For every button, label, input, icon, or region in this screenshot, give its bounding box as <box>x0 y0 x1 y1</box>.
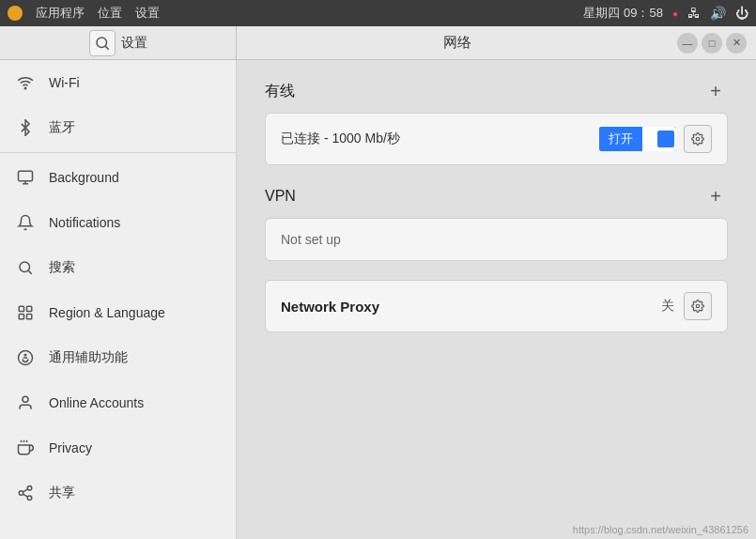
svg-point-25 <box>696 304 700 308</box>
toggle-on-label: 打开 <box>599 127 642 151</box>
wired-toggle[interactable]: 打开 <box>599 127 676 151</box>
app-launcher-icon[interactable] <box>8 6 23 21</box>
watermark: https://blog.csdn.net/weixin_43861256 <box>573 524 748 535</box>
svg-point-20 <box>19 491 23 496</box>
proxy-card: Network Proxy 关 <box>265 280 728 332</box>
region-icon <box>15 302 36 323</box>
sidebar-item-wifi[interactable]: Wi-Fi <box>0 60 236 105</box>
wired-add-button[interactable]: + <box>703 79 728 103</box>
titlebar-search-area: 设置 <box>0 26 237 59</box>
proxy-gear-icon <box>691 300 704 313</box>
sidebar-item-search[interactable]: 搜索 <box>0 245 236 290</box>
sidebar-label-search: 搜索 <box>49 259 75 276</box>
sidebar-label-accessibility: 通用辅助功能 <box>49 349 128 366</box>
sidebar-item-bluetooth[interactable]: 蓝牙 <box>0 105 236 150</box>
svg-line-7 <box>28 270 31 273</box>
svg-line-1 <box>105 46 108 49</box>
notifications-icon <box>15 212 36 233</box>
system-time: 星期四 09：58 <box>583 5 663 22</box>
titlebar: 设置 网络 — □ ✕ <box>0 26 756 60</box>
share-icon <box>15 483 36 503</box>
background-icon <box>15 167 36 188</box>
wired-card-controls: 打开 <box>599 125 712 153</box>
sidebar-label-region: Region & Language <box>49 305 165 320</box>
online-accounts-icon <box>15 393 36 413</box>
vpn-add-button[interactable]: + <box>703 184 728 208</box>
maximize-button[interactable]: □ <box>702 33 722 54</box>
svg-point-0 <box>97 38 107 48</box>
search-sidebar-icon <box>15 257 36 278</box>
wired-section: 有线 + 已连接 - 1000 Mb/秒 打开 <box>265 79 728 165</box>
settings-label: 设置 <box>121 35 147 52</box>
sidebar-item-notifications[interactable]: Notifications <box>0 200 236 245</box>
sidebar: Wi-Fi 蓝牙 Backg <box>0 60 237 539</box>
volume-icon: 🔊 <box>710 6 726 21</box>
wired-title: 有线 <box>265 82 295 101</box>
sidebar-label-online-accounts: Online Accounts <box>49 395 144 410</box>
menu-position[interactable]: 位置 <box>98 5 122 22</box>
window-controls: — □ ✕ <box>677 33 756 54</box>
wired-status-text: 已连接 - 1000 Mb/秒 <box>281 131 400 147</box>
search-button[interactable] <box>89 30 116 56</box>
svg-line-22 <box>23 494 27 497</box>
main-content: Wi-Fi 蓝牙 Backg <box>0 60 756 539</box>
sidebar-label-bluetooth: 蓝牙 <box>49 119 75 136</box>
accessibility-icon <box>15 347 36 368</box>
vpn-section-header: VPN + <box>265 184 728 208</box>
sidebar-label-privacy: Privacy <box>49 440 92 455</box>
vpn-not-setup-card: Not set up <box>265 218 728 261</box>
svg-line-23 <box>23 489 27 492</box>
menu-apps[interactable]: 应用程序 <box>36 5 85 22</box>
menu-settings[interactable]: 设置 <box>135 5 160 22</box>
sidebar-divider-1 <box>0 152 236 153</box>
content-area: 有线 + 已连接 - 1000 Mb/秒 打开 <box>237 60 756 539</box>
sidebar-item-privacy[interactable]: Privacy <box>0 425 236 470</box>
svg-point-19 <box>27 486 32 491</box>
sidebar-item-region[interactable]: Region & Language <box>0 290 236 335</box>
svg-point-21 <box>27 496 32 500</box>
svg-point-13 <box>24 354 27 357</box>
proxy-section: Network Proxy 关 <box>265 280 728 332</box>
privacy-icon <box>15 438 36 458</box>
minimize-button[interactable]: — <box>677 33 698 54</box>
wired-connection-card: 已连接 - 1000 Mb/秒 打开 <box>265 113 728 165</box>
toggle-track <box>642 127 676 151</box>
sidebar-item-background[interactable]: Background <box>0 155 236 200</box>
svg-point-2 <box>24 87 26 89</box>
network-icon: 🖧 <box>687 6 701 21</box>
search-icon <box>94 35 111 52</box>
svg-rect-8 <box>19 306 23 311</box>
wired-settings-button[interactable] <box>684 125 712 153</box>
topbar-left: 应用程序 位置 设置 <box>8 5 160 22</box>
page-title: 网络 <box>443 34 471 52</box>
svg-rect-11 <box>27 315 32 319</box>
svg-rect-10 <box>27 306 32 311</box>
sidebar-item-online-accounts[interactable]: Online Accounts <box>0 380 236 425</box>
proxy-status: 关 <box>661 298 674 315</box>
toggle-thumb <box>657 131 674 147</box>
sidebar-item-accessibility[interactable]: 通用辅助功能 <box>0 335 236 380</box>
power-icon[interactable]: ⏻ <box>735 6 748 21</box>
svg-point-6 <box>20 262 30 272</box>
wired-section-header: 有线 + <box>265 79 728 103</box>
vpn-section: VPN + Not set up <box>265 184 728 261</box>
gear-icon <box>691 132 704 146</box>
proxy-settings-button[interactable] <box>684 292 712 320</box>
sidebar-label-wifi: Wi-Fi <box>49 75 80 90</box>
wifi-icon <box>15 72 36 93</box>
vpn-title: VPN <box>265 188 296 205</box>
titlebar-center: 网络 <box>237 34 677 52</box>
system-topbar: 应用程序 位置 设置 星期四 09：58 ● 🖧 🔊 ⏻ <box>0 0 756 26</box>
sidebar-item-share[interactable]: 共享 <box>0 470 236 516</box>
svg-point-24 <box>696 137 700 141</box>
svg-rect-9 <box>19 315 23 319</box>
vpn-status-text: Not set up <box>281 232 341 247</box>
svg-point-15 <box>23 396 28 402</box>
close-button[interactable]: ✕ <box>726 33 747 54</box>
sidebar-label-notifications: Notifications <box>49 215 120 230</box>
proxy-label: Network Proxy <box>281 299 379 315</box>
bluetooth-icon <box>15 117 36 138</box>
main-window: 设置 网络 — □ ✕ Wi-Fi <box>0 26 756 539</box>
sidebar-label-background: Background <box>49 170 119 185</box>
record-indicator: ● <box>672 8 678 19</box>
